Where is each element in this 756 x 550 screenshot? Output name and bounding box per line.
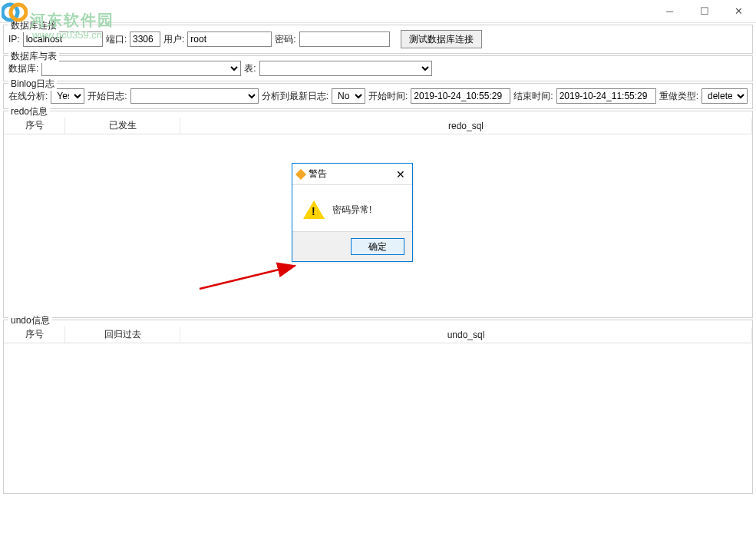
- undo-group: undo信息 序号 回归过去 undo_sql: [3, 320, 753, 494]
- redotype-label: 重做类型:: [659, 90, 698, 103]
- starttime-input[interactable]: [411, 88, 510, 104]
- tolatest-select[interactable]: No: [332, 88, 365, 104]
- redo-col-seq: 序号: [4, 118, 65, 134]
- minimize-button[interactable]: ─: [652, 0, 687, 23]
- table-label: 表:: [244, 62, 256, 75]
- password-input[interactable]: [299, 31, 390, 47]
- database-select[interactable]: [41, 61, 241, 76]
- tolatest-label: 分析到最新日志:: [262, 90, 328, 103]
- ip-label: IP:: [8, 34, 20, 45]
- undo-col-sql: undo_sql: [180, 328, 752, 342]
- group-legend: 数据库与表: [8, 50, 59, 63]
- undo-col-back: 回归过去: [65, 326, 180, 343]
- port-input[interactable]: [130, 31, 160, 47]
- db-table-group: 数据库与表 数据库: 表:: [3, 55, 753, 81]
- warning-diamond-icon: [295, 168, 306, 179]
- dialog-ok-button[interactable]: 确定: [351, 238, 404, 255]
- maximize-button[interactable]: ☐: [687, 0, 721, 23]
- table-select[interactable]: [259, 61, 432, 76]
- close-button[interactable]: ✕: [721, 0, 756, 23]
- online-select[interactable]: Yes: [51, 88, 84, 104]
- group-legend: undo信息: [8, 314, 52, 327]
- ip-input[interactable]: [23, 31, 103, 47]
- pwd-label: 密码:: [275, 33, 295, 46]
- dialog-title: 警告: [309, 167, 327, 181]
- undo-col-seq: 序号: [4, 326, 65, 343]
- binlog-group: Binlog日志 在线分析: Yes 开始日志: 分析到最新日志: No 开始时…: [3, 83, 753, 109]
- startlog-label: 开始日志:: [87, 90, 127, 103]
- db-label: 数据库:: [8, 62, 38, 75]
- online-label: 在线分析:: [8, 90, 48, 103]
- redo-col-happened: 已发生: [65, 118, 180, 134]
- dialog-close-button[interactable]: ✕: [394, 168, 408, 181]
- group-legend: redo信息: [8, 105, 50, 118]
- redo-col-sql: redo_sql: [180, 119, 752, 133]
- starttime-label: 开始时间:: [368, 90, 408, 103]
- endtime-input[interactable]: [556, 88, 656, 104]
- endtime-label: 结束时间:: [513, 90, 553, 103]
- undo-table-body[interactable]: [4, 343, 752, 493]
- dialog-footer: 确定: [292, 231, 412, 261]
- warning-triangle-icon: [303, 200, 325, 219]
- group-legend: 数据库连接: [8, 19, 59, 32]
- db-connection-group: 数据库连接 IP: 端口: 用户: 密码: 测试数据库连接: [3, 25, 753, 54]
- undo-table-header: 序号 回归过去 undo_sql: [4, 326, 752, 343]
- group-legend: Binlog日志: [8, 78, 57, 91]
- warning-dialog: 警告 ✕ 密码异常! 确定: [292, 163, 413, 262]
- redotype-select[interactable]: delete: [702, 88, 748, 104]
- dialog-message: 密码异常!: [332, 204, 371, 217]
- redo-table-header: 序号 已发生 redo_sql: [4, 118, 752, 134]
- dialog-titlebar: 警告 ✕: [292, 164, 412, 185]
- window-titlebar: ─ ☐ ✕: [0, 0, 756, 23]
- dialog-body: 密码异常!: [292, 185, 412, 231]
- startlog-select[interactable]: [130, 88, 259, 104]
- test-connection-button[interactable]: 测试数据库连接: [401, 30, 482, 48]
- user-input[interactable]: [187, 31, 272, 47]
- port-label: 端口:: [106, 33, 127, 46]
- user-label: 用户:: [163, 33, 184, 46]
